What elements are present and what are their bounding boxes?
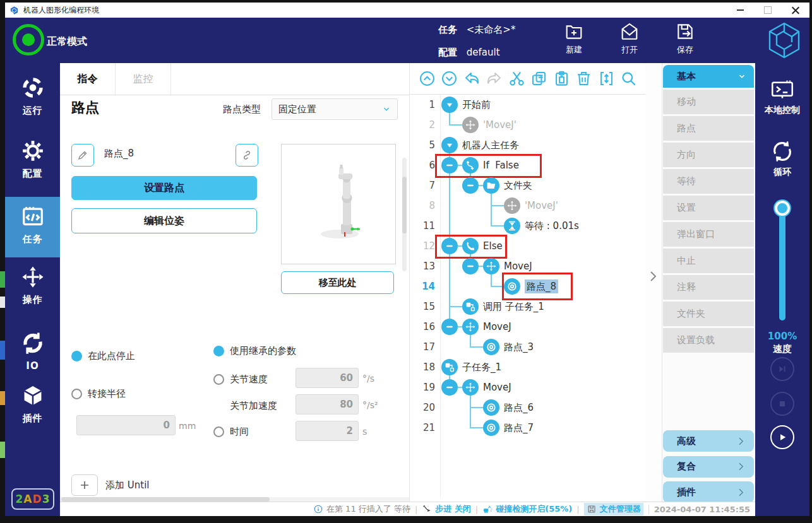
collision-detect-toggle[interactable]: 碰撞检测开启(55%) [482, 503, 572, 515]
collapse-minus-icon[interactable] [441, 379, 458, 396]
palette-item-设置负载[interactable]: 设置负载 [663, 328, 754, 353]
joint-acc-input[interactable]: 80 [296, 394, 359, 414]
new-task-button[interactable]: 新建 [561, 21, 587, 56]
row-number: 21 [410, 418, 435, 438]
sidebar-item-配置[interactable]: 配置 [5, 139, 60, 184]
sidebar-item-操作[interactable]: 操作 [5, 265, 60, 310]
program-tree-panel: 1开始前2'MoveJ'5机器人主任务6If False7文件夹8'MoveJ'… [409, 63, 646, 502]
copy-icon [530, 70, 547, 87]
minimize-button[interactable] [726, 3, 754, 18]
radio-unselected-icon [213, 426, 224, 437]
palette-item-注释[interactable]: 注释 [663, 275, 754, 300]
tree-row-MoveJ[interactable]: 19MoveJ [410, 377, 646, 397]
new-task-icon [564, 21, 584, 42]
palette-item-弹出窗口[interactable]: 弹出窗口 [663, 222, 754, 247]
tab-监控[interactable]: 监控 [116, 63, 171, 95]
time-radio[interactable]: 时间 [213, 426, 249, 438]
palette-item-等待[interactable]: 等待 [663, 169, 754, 194]
add-until-button[interactable]: 添加 Until [71, 474, 149, 496]
palette-item-路点[interactable]: 路点 [663, 116, 754, 141]
copy-button[interactable] [530, 70, 547, 87]
open-task-button[interactable]: 打开 [616, 21, 643, 56]
tree-row-'MoveJ'[interactable]: 2'MoveJ' [410, 115, 646, 135]
folder-icon [486, 180, 497, 191]
collapse-up-button[interactable] [419, 70, 436, 87]
step-forward-button[interactable] [770, 357, 794, 381]
sidebar-item-运行[interactable]: 运行 [5, 76, 60, 121]
collapse-down-button[interactable] [441, 70, 458, 87]
tree-row-MoveJ[interactable]: 16MoveJ [410, 317, 646, 337]
collapse-minus-icon[interactable] [462, 177, 479, 194]
task-name-row: 任务 <未命名>* [438, 24, 515, 36]
waypoint-icon [486, 341, 497, 353]
redo-button[interactable] [486, 70, 503, 87]
palette-item-设置[interactable]: 设置 [663, 196, 754, 220]
palette-group-插件[interactable]: 插件 [663, 481, 754, 503]
waypoint-type-select[interactable]: 固定位置 [272, 98, 398, 120]
search-button[interactable] [620, 70, 637, 87]
sidebar-item-任务[interactable]: 任务 [5, 197, 60, 257]
paste-button[interactable] [553, 70, 570, 87]
close-button[interactable] [782, 3, 809, 18]
palette-group-basic[interactable]: 基本 [663, 65, 754, 88]
stop-at-point-radio[interactable]: 在此点停止 [71, 350, 135, 362]
tree-row-开始前[interactable]: 1开始前 [410, 95, 646, 115]
app-logo-small-icon [9, 6, 19, 15]
tree-row-子任务_1[interactable]: 18子任务_1 [410, 357, 646, 377]
tree-row-路点_7[interactable]: 21路点_7 [410, 418, 646, 438]
sidebar-item-IO[interactable]: IO [5, 331, 60, 377]
tree-row-等待-:-0.01s[interactable]: 11等待 : 0.01s [410, 216, 646, 236]
inherit-params-radio[interactable]: 使用继承的参数 [213, 345, 296, 357]
undo-button[interactable] [463, 70, 481, 87]
move-here-button[interactable]: 移至此处 [281, 271, 394, 294]
editor-horizontal-scrollbar[interactable] [60, 497, 409, 502]
palette-group-复合[interactable]: 复合 [663, 456, 754, 478]
palette-item-中止[interactable]: 中止 [663, 249, 754, 273]
loop-icon [770, 140, 795, 163]
palette-item-移动[interactable]: 移动 [663, 90, 754, 114]
editor-vertical-scrollbar[interactable] [402, 158, 407, 271]
minus-icon [444, 382, 455, 393]
blend-radius-input[interactable]: 0 [76, 415, 176, 435]
time-input[interactable]: 2 [296, 421, 359, 441]
tree-row-文件夹[interactable]: 7文件夹 [410, 175, 646, 196]
speed-slider-track[interactable] [779, 212, 785, 320]
tree-row-'MoveJ'[interactable]: 8'MoveJ' [410, 196, 646, 216]
config-icon [21, 139, 45, 163]
delete-button[interactable] [575, 70, 592, 87]
edit-pose-button[interactable]: 编辑位姿 [71, 208, 257, 233]
cut-button[interactable] [508, 70, 525, 87]
play-button[interactable] [770, 425, 794, 449]
tree-row-调用-子任务_1[interactable]: 15调用 子任务_1 [410, 297, 646, 317]
sidebar-item-label: 配置 [23, 168, 43, 180]
tree-row-路点_6[interactable]: 20路点_6 [410, 397, 646, 418]
loop-button[interactable]: 循环 [755, 140, 809, 178]
joint-speed-input[interactable]: 60 [296, 368, 359, 388]
tab-指令[interactable]: 指令 [60, 63, 116, 95]
joint-speed-radio[interactable]: 关节速度 [213, 373, 268, 385]
stop-button[interactable] [770, 392, 794, 416]
step-mode-toggle[interactable]: 步进 关闭 [422, 503, 471, 515]
sidebar-item-插件[interactable]: 插件 [5, 384, 60, 429]
header-action-label: 打开 [621, 44, 638, 56]
blend-radius-radio[interactable]: 转接半径 [71, 388, 126, 400]
speed-slider-thumb[interactable] [775, 201, 790, 216]
local-control-button[interactable]: 本地控制 [755, 78, 809, 116]
palette-item-文件夹[interactable]: 文件夹 [663, 302, 754, 326]
palette-group-高级[interactable]: 高级 [663, 430, 754, 452]
tree-row-机器人主任务[interactable]: 5机器人主任务 [410, 135, 646, 155]
palette-item-方向[interactable]: 方向 [663, 143, 754, 167]
title-bar: 机器人图形化编程环境 [5, 3, 809, 18]
link-waypoint-button[interactable] [236, 144, 258, 167]
waypoint-name-value: 路点_8 [104, 148, 134, 160]
chevron-right-handle-icon[interactable] [649, 270, 658, 283]
save-task-button[interactable]: 保存 [672, 21, 698, 56]
collapse-minus-icon[interactable] [462, 258, 479, 274]
set-waypoint-button[interactable]: 设置路点 [71, 176, 257, 200]
maximize-button[interactable] [754, 3, 782, 18]
insert-button[interactable] [598, 70, 615, 87]
tree-row-路点_3[interactable]: 17路点_3 [410, 337, 646, 357]
collapse-minus-icon[interactable] [441, 319, 458, 335]
rename-waypoint-button[interactable] [71, 144, 94, 167]
file-manager-button[interactable]: 文件管理器 [584, 503, 643, 515]
